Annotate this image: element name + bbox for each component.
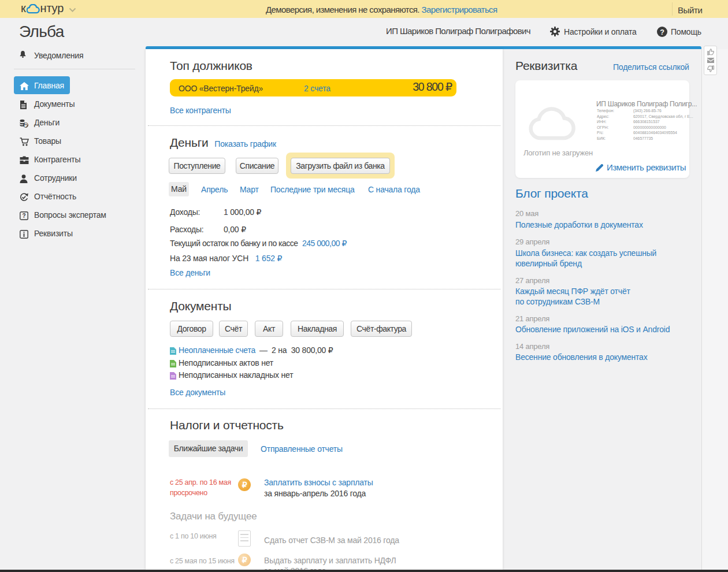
svg-text:₽: ₽ (24, 122, 28, 127)
svg-text:?: ? (23, 213, 26, 219)
svg-text:?: ? (660, 28, 664, 36)
